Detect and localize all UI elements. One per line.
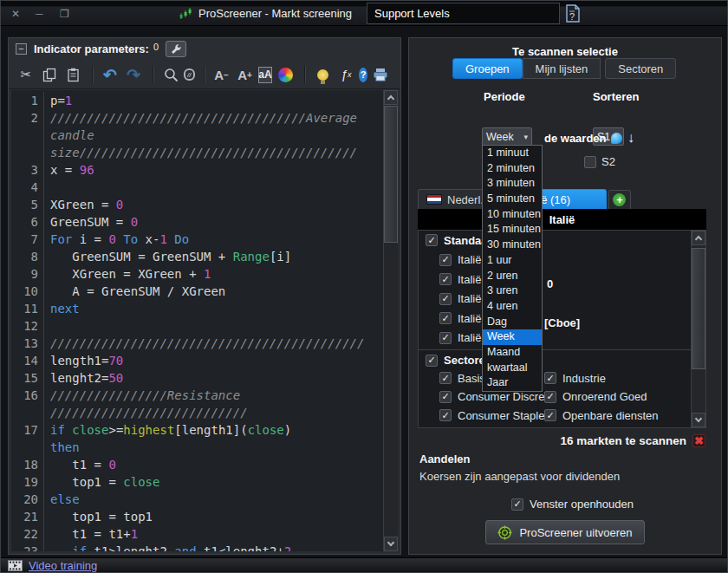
scroll-up-icon[interactable] [384,90,398,105]
sector-label: Consumer Staples [458,409,550,422]
paste-icon[interactable] [62,64,83,85]
print-icon[interactable] [370,64,391,85]
code-editor[interactable]: 1p=12///////////////////////////////////… [11,90,398,551]
editor-toolbar: ✂ ↶ ↶ // A− A+ aA ƒx ? [9,61,400,89]
code-text: size////////////////////////////////////… [50,144,357,161]
sort-direction-icon[interactable]: ↓ [627,130,634,146]
collapse-icon[interactable]: − [16,43,27,55]
group-row-checkbox[interactable]: ✓ [439,293,452,305]
markets-summary: 16 markten te scannen [560,434,686,447]
period-option[interactable]: Maand [483,345,542,361]
cut-icon[interactable]: ✂ [16,64,36,85]
code-row: 2///////////////////////////////////Aver… [11,109,383,127]
scroll-up-icon[interactable] [692,231,705,245]
line-number [11,439,44,456]
font-bigger-icon[interactable]: A+ [235,64,256,85]
mijn-lijsten-button[interactable]: Mijn lijsten [523,58,601,79]
period-option[interactable]: 2 uren [483,269,542,284]
proscreener-window: ✕ ─ ❐ ProScreener - Markt screening Supp… [0,0,728,573]
sector-checkbox[interactable]: ✓ [439,372,452,384]
period-option[interactable]: 4 uren [483,299,542,315]
line-number: 4 [11,179,44,196]
screen-name-field[interactable]: Support Levels [367,3,560,24]
group-row-checkbox[interactable]: ✓ [439,254,452,266]
video-training-link[interactable]: Video training [29,559,97,572]
sector-cell: ✓Consumer Discret. [419,390,544,403]
scroll-down-icon[interactable] [384,537,398,551]
tip-lightbulb-icon[interactable] [312,64,333,85]
line-number: 18 [11,456,44,473]
add-tab-button[interactable]: + [608,190,631,209]
groepen-button[interactable]: Groepen [452,58,523,79]
sector-label: Consumer Discret. [458,390,551,403]
period-option[interactable]: 1 uur [483,253,542,269]
group-row-label: Italië [458,273,481,286]
sector-checkbox[interactable]: ✓ [544,391,556,403]
code-text: GreenSUM = GreenSUM + Range[i] [50,248,291,265]
period-option[interactable]: 30 minuten [483,238,542,253]
search-icon[interactable] [160,64,181,85]
venster-openhouden-checkbox[interactable]: ✓ [511,498,523,511]
line-number: 2 [11,109,44,127]
period-option[interactable]: 2 minuten [483,161,542,177]
code-row: 16////////////////Resistance [11,387,383,404]
help-icon[interactable]: ? [359,68,367,82]
group-row-checkbox[interactable]: ✓ [439,332,452,344]
group-row-checkbox[interactable]: ✓ [439,312,452,324]
scroll-down-icon[interactable] [692,413,705,427]
period-option[interactable]: Jaar [483,375,542,391]
code-text: top1 = close [50,473,159,491]
s2-checkbox[interactable] [584,156,596,168]
undo-icon[interactable]: ↶ [100,64,120,85]
line-number: 20 [11,491,44,508]
group-list-scrollbar[interactable] [691,231,705,427]
minimize-window-icon[interactable]: ─ [36,8,43,20]
sectors-checkbox[interactable]: ✓ [426,355,438,367]
sector-checkbox[interactable]: ✓ [439,391,452,403]
code-row: 12 [11,317,383,335]
periode-select[interactable]: Week▾ [482,127,532,146]
wrench-button[interactable] [166,41,186,57]
code-row: 19 top1 = close [11,473,383,491]
period-option[interactable]: 3 minuten [483,176,542,192]
sector-checkbox[interactable]: ✓ [544,372,556,384]
group-scrollbar-thumb[interactable] [692,248,705,369]
code-text: if close>=highest[length1](close) [50,421,291,439]
code-text: else [50,491,80,508]
redo-icon[interactable]: ↶ [123,64,144,85]
period-option[interactable]: kwartaal [483,361,542,376]
maximize-window-icon[interactable]: ❐ [60,8,69,20]
remove-selection-icon[interactable]: ✖ [692,434,705,447]
period-option[interactable]: 1 minuut [483,146,542,161]
group-row-checkbox[interactable]: ✓ [439,273,452,285]
editor-scrollbar-thumb[interactable] [384,106,398,243]
period-option[interactable]: Week [483,329,542,345]
font-smaller-icon[interactable]: A− [211,64,232,85]
partial-waarden-label: de waarden [544,132,622,145]
sectoren-button[interactable]: Sectoren [605,58,676,79]
function-icon[interactable]: ƒx [335,64,356,85]
font-settings-icon[interactable]: aA [258,67,273,83]
toolbar-separator [304,66,306,83]
sector-checkbox[interactable]: ✓ [439,409,452,421]
line-number: 9 [11,265,44,283]
copy-icon[interactable] [39,64,60,85]
help-document-icon[interactable]: ? [564,4,582,27]
code-text: length1=70 [50,352,123,369]
candlestick-icon [179,7,192,21]
comment-icon[interactable]: // [184,68,195,81]
period-option[interactable]: 15 minuten [483,222,542,238]
code-text: /////////////////////////// [50,404,248,421]
plus-icon: + [613,193,626,206]
period-option[interactable]: 5 minuten [483,192,542,207]
group-checkbox[interactable]: ✓ [426,234,438,246]
run-proscreener-button[interactable]: ProScreener uitvoeren [485,520,645,544]
period-option[interactable]: 10 minuten [483,207,542,223]
sector-checkbox[interactable]: ✓ [544,409,556,421]
svg-text:?: ? [569,11,575,22]
color-wheel-icon[interactable] [275,64,296,85]
period-option[interactable]: Dag [483,315,542,330]
period-option[interactable]: 3 uren [483,283,542,299]
editor-scrollbar[interactable] [383,90,398,551]
close-window-icon[interactable]: ✕ [11,8,20,20]
